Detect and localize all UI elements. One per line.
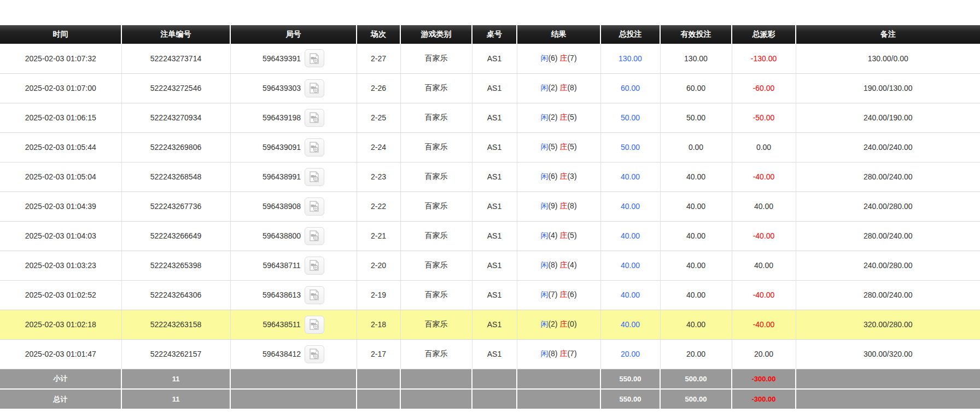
result-player-points: (6)	[548, 54, 557, 62]
footer-empty-result	[517, 369, 600, 389]
total-bet-link[interactable]: 40.00	[621, 320, 640, 329]
video-replay-button[interactable]	[305, 168, 324, 186]
result-banker-points: (4)	[567, 260, 576, 269]
result-player-points: (6)	[548, 172, 557, 181]
video-replay-button[interactable]	[305, 49, 324, 67]
cell-total-bet: 40.00	[600, 191, 660, 221]
total-bet-link[interactable]: 50.00	[621, 113, 640, 122]
result-player-label: 闲	[540, 231, 548, 240]
table-row[interactable]: 2025-02-03 01:02:52522243264306596438613…	[0, 280, 980, 310]
result-banker-points: (7)	[567, 349, 576, 358]
video-replay-button[interactable]	[305, 227, 324, 245]
cell-result: 闲(9) 庄(8)	[517, 191, 600, 221]
result-player-label: 闲	[540, 83, 548, 92]
footer-empty-round	[230, 369, 357, 389]
cell-valid-bet: 40.00	[660, 280, 732, 310]
video-replay-button[interactable]	[305, 286, 324, 304]
footer-empty-round	[230, 389, 357, 409]
footer-total-bet: 550.00	[600, 389, 660, 409]
table-row[interactable]: 2025-02-03 01:06:15522243270934596439198…	[0, 103, 980, 132]
cell-valid-bet: 20.00	[660, 339, 732, 369]
cell-bet-id: 522243266649	[121, 221, 230, 251]
video-replay-icon	[308, 83, 320, 94]
footer-remark	[796, 369, 980, 389]
cell-session: 2-25	[357, 103, 400, 132]
cell-remark: 240.00/190.00	[796, 103, 980, 132]
footer-empty-session	[357, 369, 400, 389]
cell-valid-bet: 40.00	[660, 221, 732, 251]
table-row[interactable]: 2025-02-03 01:07:32522243273714596439391…	[0, 44, 980, 73]
footer-payout: -300.00	[732, 369, 796, 389]
video-replay-button[interactable]	[305, 316, 324, 334]
result-player-label: 闲	[540, 349, 548, 358]
cell-payout: 0.00	[732, 132, 796, 162]
result-banker-points: (3)	[567, 172, 576, 181]
table-row[interactable]: 2025-02-03 01:05:44522243269806596439091…	[0, 132, 980, 162]
table-row[interactable]: 2025-02-03 01:02:18522243263158596438511…	[0, 310, 980, 339]
total-bet-link[interactable]: 20.00	[621, 350, 640, 358]
bet-records-page: 时间注单编号局号场次游戏类别桌号结果总投注有效投注总派彩备注 2025-02-0…	[0, 0, 980, 410]
cell-valid-bet: 40.00	[660, 310, 732, 339]
cell-table-no: AS1	[472, 162, 517, 191]
video-replay-button[interactable]	[305, 138, 324, 156]
video-replay-icon	[308, 260, 320, 271]
column-header-total_bet: 总投注	[600, 25, 660, 44]
cell-time: 2025-02-03 01:04:03	[0, 221, 121, 251]
cell-total-bet: 40.00	[600, 162, 660, 191]
cell-result: 闲(5) 庄(5)	[517, 132, 600, 162]
video-replay-button[interactable]	[305, 198, 324, 216]
result-player-points: (4)	[548, 231, 557, 240]
video-replay-button[interactable]	[305, 345, 324, 363]
cell-payout: -40.00	[732, 280, 796, 310]
cell-valid-bet: 0.00	[660, 132, 732, 162]
cell-result: 闲(6) 庄(3)	[517, 162, 600, 191]
total-bet-link[interactable]: 40.00	[621, 202, 640, 211]
video-replay-button[interactable]	[305, 257, 324, 275]
footer-count: 11	[121, 389, 230, 409]
table-row[interactable]: 2025-02-03 01:04:03522243266649596438800…	[0, 221, 980, 251]
table-row[interactable]: 2025-02-03 01:05:04522243268548596438991…	[0, 162, 980, 191]
cell-payout: -130.00	[732, 44, 796, 73]
cell-total-bet: 50.00	[600, 132, 660, 162]
round-wrap: 596438511	[233, 316, 354, 334]
footer-payout: -300.00	[732, 389, 796, 409]
video-replay-icon	[308, 201, 320, 212]
cell-total-bet: 130.00	[600, 44, 660, 73]
table-row[interactable]: 2025-02-03 01:03:23522243265398596438711…	[0, 251, 980, 280]
total-bet-link[interactable]: 50.00	[621, 143, 640, 152]
total-bet-link[interactable]: 40.00	[621, 261, 640, 270]
footer-total-bet: 550.00	[600, 369, 660, 389]
cell-table-no: AS1	[472, 73, 517, 103]
cell-valid-bet: 40.00	[660, 191, 732, 221]
cell-game-type: 百家乐	[400, 280, 472, 310]
cell-remark: 320.00/280.00	[796, 310, 980, 339]
total-bet-link[interactable]: 40.00	[621, 172, 640, 181]
table-row[interactable]: 2025-02-03 01:04:39522243267736596438908…	[0, 191, 980, 221]
cell-session: 2-22	[357, 191, 400, 221]
cell-round: 596438511	[230, 310, 357, 339]
total-bet-link[interactable]: 40.00	[621, 231, 640, 240]
cell-bet-id: 522243273714	[121, 44, 230, 73]
total-bet-link[interactable]: 40.00	[621, 291, 640, 299]
footer-empty-table-no	[472, 389, 517, 409]
video-replay-button[interactable]	[305, 79, 324, 97]
video-replay-icon	[308, 349, 320, 359]
cell-game-type: 百家乐	[400, 251, 472, 280]
table-row[interactable]: 2025-02-03 01:07:00522243272546596439303…	[0, 73, 980, 103]
cell-result: 闲(4) 庄(5)	[517, 221, 600, 251]
cell-time: 2025-02-03 01:01:47	[0, 339, 121, 369]
result-player-points: (5)	[548, 142, 557, 151]
cell-bet-id: 522243264306	[121, 280, 230, 310]
result-banker-label: 庄	[559, 320, 567, 328]
cell-table-no: AS1	[472, 132, 517, 162]
table-row[interactable]: 2025-02-03 01:01:47522243262157596438412…	[0, 339, 980, 369]
total-bet-link[interactable]: 60.00	[621, 84, 640, 92]
cell-session: 2-17	[357, 339, 400, 369]
cell-time: 2025-02-03 01:05:04	[0, 162, 121, 191]
cell-remark: 130.00/0.00	[796, 44, 980, 73]
video-replay-button[interactable]	[305, 109, 324, 127]
total-bet-link[interactable]: 130.00	[619, 54, 642, 63]
result-banker-label: 庄	[559, 231, 567, 240]
video-replay-icon	[308, 142, 320, 153]
cell-game-type: 百家乐	[400, 44, 472, 73]
